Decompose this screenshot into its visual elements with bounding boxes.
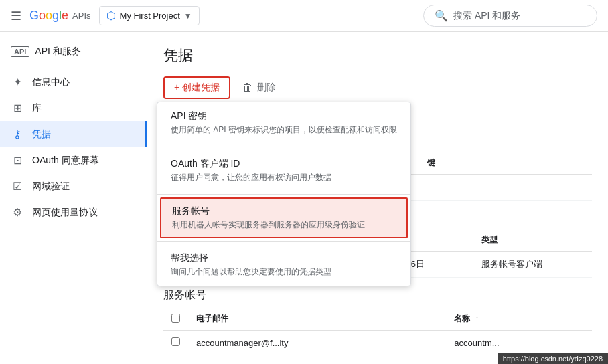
api-keys-col-key: 键	[419, 152, 592, 175]
project-dot-icon: ⬡	[106, 9, 116, 22]
sort-icon-name: ↑	[475, 314, 479, 323]
logo-letter-o1: o	[39, 9, 46, 22]
sidebar-item-credentials[interactable]: ⚷ 凭据	[0, 121, 147, 147]
dropdown-service-title: 服务帐号	[172, 205, 396, 217]
table-row: accountmanager@f...ity accountm...	[163, 331, 592, 355]
dropdown-item-service-account[interactable]: 服务帐号 利用机器人帐号实现服务器到服务器的应用级身份验证	[160, 197, 408, 239]
create-credentials-button[interactable]: + 创建凭据	[163, 76, 230, 99]
service-account-table: 电子邮件 名称 ↑ accountmanager@f...ity account…	[163, 308, 592, 355]
url-bar: https://blog.csdn.net/ydzq0228	[498, 353, 608, 364]
sidebar-label-domain: 网域验证	[32, 181, 70, 193]
search-placeholder: 搜索 API 和服务	[453, 10, 520, 22]
dropdown-api-key-title: API 密钥	[171, 110, 397, 122]
project-selector[interactable]: ⬡ My First Project ▼	[99, 6, 200, 25]
dropdown-divider-1	[157, 147, 410, 147]
sidebar-header: API API 和服务	[0, 37, 147, 63]
sidebar-label-credentials: 凭据	[32, 128, 51, 141]
dropdown-help-title: 帮我选择	[171, 252, 397, 264]
credentials-dropdown-menu: API 密钥 使用简单的 API 密钥来标识您的项目，以便检查配额和访问权限 O…	[157, 102, 411, 286]
oauth-col-type: 类型	[473, 229, 592, 252]
delete-button[interactable]: 🗑 删除	[236, 78, 283, 98]
dropdown-item-help-choose[interactable]: 帮我选择 询问几个问题以帮助您决定要使用的凭据类型	[157, 244, 410, 286]
dropdown-divider-3	[157, 241, 410, 242]
oauth-icon: ⊡	[11, 154, 24, 167]
logo-letter-e: e	[62, 9, 68, 22]
logo-letter-o2: o	[46, 9, 52, 22]
dropdown-help-desc: 询问几个问题以帮助您决定要使用的凭据类型	[171, 266, 397, 278]
sidebar-item-quota[interactable]: ⚙ 网页使用量协议	[0, 199, 147, 225]
toolbar: + 创建凭据 API 密钥 使用简单的 API 密钥来标识您的项目，以便检查配额…	[163, 76, 592, 99]
service-col-email: 电子邮件	[188, 308, 446, 331]
service-row-checkbox	[163, 331, 188, 355]
sidebar-label-oauth: OAuth 同意屏幕	[32, 155, 99, 167]
search-icon: 🔍	[435, 9, 448, 22]
apis-label: APIs	[72, 11, 90, 21]
sidebar-item-library[interactable]: ⊞ 库	[0, 95, 147, 121]
info-icon: ✦	[11, 76, 24, 88]
library-icon: ⊞	[11, 102, 24, 114]
service-row-select[interactable]	[171, 337, 180, 346]
logo-letter-g: G	[29, 9, 39, 22]
search-bar[interactable]: 🔍 搜索 API 和服务	[423, 5, 597, 27]
sidebar-label-info: 信息中心	[32, 76, 70, 88]
service-col-checkbox	[163, 308, 188, 331]
dropdown-oauth-desc: 征得用户同意，让您的应用有权访问用户数据	[171, 172, 397, 183]
oauth-row-type: 服务帐号客户端	[473, 252, 592, 278]
dropdown-item-api-key[interactable]: API 密钥 使用简单的 API 密钥来标识您的项目，以便检查配额和访问权限	[157, 102, 410, 144]
project-name: My First Project	[120, 11, 180, 21]
sidebar-divider	[0, 66, 147, 66]
page-title: 凭据	[163, 46, 592, 66]
sidebar: API API 和服务 ✦ 信息中心 ⊞ 库 ⚷ 凭据 ⊡ OAuth 同意屏幕…	[0, 32, 147, 364]
sidebar-label-quota: 网页使用量协议	[32, 207, 98, 219]
google-apis-logo: Google APIs	[29, 9, 91, 23]
dropdown-item-oauth-client[interactable]: OAuth 客户端 ID 征得用户同意，让您的应用有权访问用户数据	[157, 150, 410, 191]
credentials-icon: ⚷	[11, 128, 24, 141]
dropdown-oauth-title: OAuth 客户端 ID	[171, 158, 397, 170]
sidebar-item-oauth[interactable]: ⊡ OAuth 同意屏幕	[0, 147, 147, 173]
sidebar-item-info[interactable]: ✦ 信息中心	[0, 69, 147, 95]
domain-icon: ☑	[11, 180, 24, 193]
service-row-email: accountmanager@f...ity	[188, 331, 446, 355]
dropdown-api-key-desc: 使用简单的 API 密钥来标识您的项目，以便检查配额和访问权限	[171, 124, 397, 136]
quota-icon: ⚙	[11, 206, 24, 219]
url-bar-text: https://blog.csdn.net/ydzq0228	[503, 355, 603, 363]
main-content: 凭据 + 创建凭据 API 密钥 使用简单的 API 密钥来标识您的项目，以便检…	[147, 32, 608, 364]
service-row-name: accountm...	[446, 331, 592, 355]
service-select-all[interactable]	[171, 314, 180, 323]
chevron-down-icon: ▼	[184, 11, 192, 21]
service-account-section-title: 服务帐号	[163, 288, 592, 302]
service-col-name: 名称 ↑	[446, 308, 592, 331]
sidebar-item-domain[interactable]: ☑ 网域验证	[0, 173, 147, 199]
dropdown-divider-2	[157, 194, 410, 195]
api-badge: API	[11, 46, 29, 57]
hamburger-menu-icon[interactable]: ☰	[11, 9, 21, 23]
sidebar-label-library: 库	[32, 102, 42, 114]
delete-label: 删除	[257, 82, 276, 94]
topbar: ☰ Google APIs ⬡ My First Project ▼ 🔍 搜索 …	[0, 0, 608, 32]
sidebar-title: API 和服务	[35, 46, 80, 58]
logo-letter-g2: g	[52, 9, 59, 22]
delete-icon: 🗑	[242, 82, 253, 94]
dropdown-service-desc: 利用机器人帐号实现服务器到服务器的应用级身份验证	[172, 219, 396, 231]
create-credentials-dropdown: + 创建凭据 API 密钥 使用简单的 API 密钥来标识您的项目，以便检查配额…	[163, 76, 230, 99]
